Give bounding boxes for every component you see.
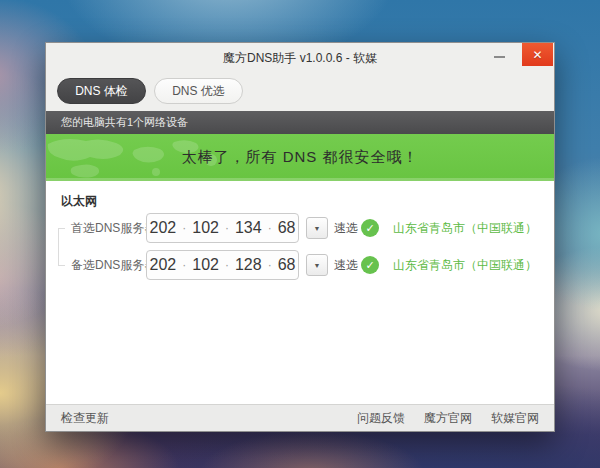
secondary-dns-dropdown-button[interactable]: ▼ [306,254,328,276]
ip-dot: · [182,258,186,272]
check-icon: ✓ [365,259,374,272]
minimize-icon [494,56,505,58]
secondary-safe-check-icon: ✓ [361,256,379,274]
primary-safe-check-icon: ✓ [361,219,379,237]
result-banner: 太棒了，所有 DNS 都很安全哦！ [46,134,554,181]
secondary-quick-select-link[interactable]: 速选 [334,250,358,280]
minimize-button[interactable] [486,47,512,66]
ip-octet: 102 [192,256,219,274]
window-title: 魔方DNS助手 v1.0.0.6 - 软媒 [46,50,554,67]
primary-dns-dropdown-button[interactable]: ▼ [306,217,328,239]
ip-dot: · [225,221,229,235]
primary-dns-row: 首选DNS服务器 202 · 102 · 134 · 68 ▼ 速选 ✓ 山东省 [46,213,554,243]
content-panel: 以太网 首选DNS服务器 202 · 102 · 134 · 68 ▼ 速选 [46,181,554,404]
app-window: 魔方DNS助手 v1.0.0.6 - 软媒 ✕ DNS 体检 DNS 优选 您的… [45,42,555,432]
mofang-site-link[interactable]: 魔方官网 [424,410,472,427]
chevron-down-icon: ▼ [314,225,321,232]
banner-message: 太棒了，所有 DNS 都很安全哦！ [181,148,418,167]
ip-octet: 202 [150,219,177,237]
adapter-name: 以太网 [61,193,97,210]
ip-dot: · [268,221,272,235]
ip-octet: 68 [278,219,296,237]
check-update-link[interactable]: 检查更新 [61,410,109,427]
footer-bar: 检查更新 问题反馈 魔方官网 软媒官网 [46,404,554,431]
ip-dot: · [225,258,229,272]
primary-quick-select-link[interactable]: 速选 [334,213,358,243]
ip-octet: 134 [235,219,262,237]
ip-octet: 102 [192,219,219,237]
ruanmei-site-link[interactable]: 软媒官网 [491,410,539,427]
tab-dns-check[interactable]: DNS 体检 [57,78,146,104]
device-status-bar: 您的电脑共有1个网络设备 [46,111,554,134]
close-button[interactable]: ✕ [522,43,553,66]
chevron-down-icon: ▼ [314,262,321,269]
titlebar: 魔方DNS助手 v1.0.0.6 - 软媒 ✕ [46,43,554,71]
secondary-dns-input[interactable]: 202 · 102 · 128 · 68 [146,250,299,280]
ip-dot: · [268,258,272,272]
ip-dot: · [182,221,186,235]
check-icon: ✓ [365,222,374,235]
secondary-dns-row: 备选DNS服务器 202 · 102 · 128 · 68 ▼ 速选 ✓ 山东省 [46,250,554,280]
primary-dns-location: 山东省青岛市（中国联通） [393,213,537,243]
ip-octet: 68 [278,256,296,274]
desktop-background: 魔方DNS助手 v1.0.0.6 - 软媒 ✕ DNS 体检 DNS 优选 您的… [0,0,600,468]
primary-dns-label: 首选DNS服务器 [71,213,156,243]
primary-dns-input[interactable]: 202 · 102 · 134 · 68 [146,213,299,243]
secondary-dns-label: 备选DNS服务器 [71,250,156,280]
ip-octet: 202 [150,256,177,274]
tab-bar: DNS 体检 DNS 优选 [46,71,554,111]
feedback-link[interactable]: 问题反馈 [357,410,405,427]
secondary-dns-location: 山东省青岛市（中国联通） [393,250,537,280]
tab-dns-optimize[interactable]: DNS 优选 [154,78,243,104]
ip-octet: 128 [235,256,262,274]
device-status-text: 您的电脑共有1个网络设备 [61,115,188,130]
close-icon: ✕ [532,48,542,62]
